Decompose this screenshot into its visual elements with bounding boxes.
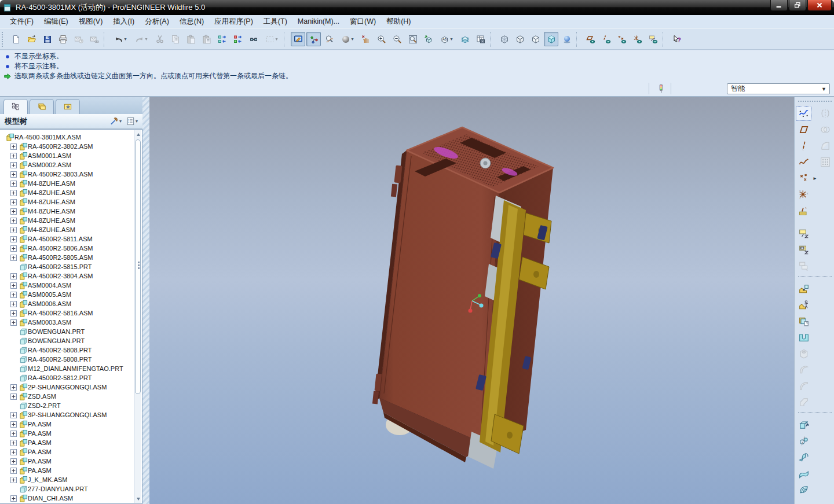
sweep-tool-button[interactable] bbox=[796, 450, 811, 465]
tree-item[interactable]: J_K_MK.ASM bbox=[0, 475, 134, 484]
tree-item[interactable]: BOWENGUAN.PRT bbox=[0, 327, 134, 336]
tree-expander[interactable] bbox=[10, 190, 17, 196]
curve-tool-button[interactable] bbox=[796, 154, 811, 170]
tree-expander[interactable] bbox=[10, 431, 17, 437]
custom-regenerate-button[interactable] bbox=[231, 32, 245, 46]
tree-item[interactable]: RA-4500R2-5808.PRT bbox=[0, 355, 134, 364]
tree-item[interactable]: BOWENGUAN.PRT bbox=[0, 336, 134, 345]
menu-file[interactable]: 文件(F) bbox=[5, 15, 39, 28]
tree-expander[interactable] bbox=[10, 458, 17, 465]
hidden-line-display-button[interactable] bbox=[513, 32, 527, 46]
menu-view[interactable]: 视图(V) bbox=[74, 15, 108, 28]
toolbar-grip[interactable] bbox=[2, 32, 6, 47]
tree-expander[interactable] bbox=[10, 162, 17, 168]
wireframe-display-button[interactable] bbox=[497, 32, 511, 46]
tree-item[interactable]: RA-4500R2-5816.ASM bbox=[0, 308, 134, 318]
tree-item[interactable]: RA-4500R2-5806.ASM bbox=[0, 244, 134, 253]
create-component-button[interactable] bbox=[796, 314, 811, 329]
tree-item[interactable]: PA.ASM bbox=[0, 457, 134, 466]
tree-expander[interactable] bbox=[10, 477, 17, 483]
menu-tools[interactable]: 工具(T) bbox=[258, 15, 292, 28]
chevron-down-icon[interactable]: ▾ bbox=[275, 36, 277, 42]
mail-link-button[interactable] bbox=[87, 32, 101, 46]
tree-expander[interactable] bbox=[10, 421, 17, 428]
cut-button[interactable] bbox=[152, 32, 167, 46]
undo-button[interactable]: ▾ bbox=[111, 32, 130, 46]
tree-item[interactable]: 3P-SHUANGGONGQI.ASM bbox=[0, 410, 134, 420]
style-surface-tool-button[interactable] bbox=[796, 482, 811, 497]
save-file-button[interactable] bbox=[40, 32, 54, 46]
chevron-down-icon[interactable]: ▾ bbox=[124, 36, 126, 42]
annotation-display-toggle[interactable]: Z bbox=[646, 32, 660, 46]
minimize-button[interactable] bbox=[770, 0, 788, 11]
enhanced-realism-button[interactable] bbox=[559, 32, 574, 46]
tree-expander[interactable] bbox=[10, 495, 17, 502]
print-button[interactable] bbox=[56, 32, 70, 46]
panel-sash[interactable] bbox=[142, 97, 149, 504]
close-button[interactable] bbox=[807, 0, 832, 11]
tree-item[interactable]: ASM0006.ASM bbox=[0, 299, 134, 308]
repaint-button[interactable] bbox=[291, 32, 305, 46]
tree-expander[interactable] bbox=[10, 227, 17, 233]
menu-insert[interactable]: 插入(I) bbox=[108, 15, 140, 28]
paste-special-button[interactable] bbox=[199, 32, 214, 46]
boundary-blend-tool-button[interactable] bbox=[796, 466, 811, 481]
tree-item[interactable]: M4-8ZUHE.ASM bbox=[0, 197, 134, 207]
tree-expander[interactable] bbox=[10, 384, 17, 391]
datum-axis-display-toggle[interactable] bbox=[599, 32, 613, 46]
tree-expander[interactable] bbox=[10, 273, 17, 279]
menu-applications[interactable]: 应用程序(P) bbox=[209, 15, 258, 28]
tree-item[interactable]: M4-8ZUHE.ASM bbox=[0, 216, 134, 225]
tree-item[interactable]: ASM0005.ASM bbox=[0, 290, 134, 299]
tree-item[interactable]: RA-4500R2-5805.ASM bbox=[0, 253, 134, 262]
tree-item[interactable]: PA.ASM bbox=[0, 429, 134, 438]
tree-item[interactable]: M4-8ZUHE.ASM bbox=[0, 188, 134, 197]
tree-expander[interactable] bbox=[10, 255, 17, 261]
graphics-area[interactable] bbox=[149, 97, 795, 504]
tree-item[interactable]: ZSD.ASM bbox=[0, 392, 134, 401]
note-group-button[interactable] bbox=[796, 259, 811, 274]
datum-plane-display-toggle[interactable] bbox=[583, 32, 598, 46]
menu-edit[interactable]: 编辑(E) bbox=[39, 15, 74, 28]
tree-item[interactable]: 2P-SHUANGGONGQI.ASM bbox=[0, 382, 134, 392]
tree-expander[interactable] bbox=[10, 245, 17, 252]
tree-item[interactable]: M4-8ZUHE.ASM bbox=[0, 207, 134, 216]
context-help-button[interactable]: ? bbox=[670, 32, 684, 46]
tree-item[interactable]: ASM0002.ASM bbox=[0, 160, 134, 170]
menu-manikin[interactable]: Manikin(M)... bbox=[292, 16, 345, 27]
no-hidden-display-button[interactable] bbox=[528, 32, 543, 46]
revolve-tool-button[interactable] bbox=[796, 433, 811, 448]
tree-expander[interactable] bbox=[10, 218, 17, 224]
tree-expander[interactable] bbox=[10, 199, 17, 205]
tree-item[interactable]: RA-4500R2-3804.ASM bbox=[0, 271, 134, 281]
tree-item[interactable]: RA-4500R2-3803.ASM bbox=[0, 170, 134, 179]
tree-expander[interactable] bbox=[10, 171, 17, 178]
tree-expander[interactable] bbox=[10, 144, 17, 150]
tree-expander[interactable] bbox=[10, 301, 17, 307]
tree-expander[interactable] bbox=[10, 153, 17, 159]
tree-item[interactable]: PA.ASM bbox=[0, 438, 134, 447]
pattern-tool-button[interactable] bbox=[817, 154, 833, 170]
tree-item[interactable]: PA.ASM bbox=[0, 420, 134, 429]
tree-item[interactable]: RA-4500R2-5815.PRT bbox=[0, 262, 134, 271]
note-tool-button[interactable] bbox=[796, 226, 811, 241]
mold-cavity-button[interactable] bbox=[796, 330, 811, 345]
saved-views-button[interactable]: AB▾ bbox=[437, 32, 456, 46]
scrollbar-thumb[interactable] bbox=[135, 139, 141, 394]
datum-point-display-toggle[interactable] bbox=[614, 32, 629, 46]
copy-button[interactable] bbox=[168, 32, 182, 46]
tree-expander[interactable] bbox=[10, 236, 17, 242]
scroll-up-button[interactable] bbox=[134, 130, 142, 138]
layers-button[interactable] bbox=[458, 32, 472, 46]
sketch-tool-button[interactable] bbox=[796, 203, 811, 218]
datum-plane-tool-button[interactable] bbox=[796, 122, 811, 137]
tree-item[interactable]: M4-8ZUHE.ASM bbox=[0, 225, 134, 234]
spin-center-toggle[interactable] bbox=[306, 32, 321, 46]
trim-tool-button[interactable] bbox=[817, 138, 833, 153]
selection-filter-combo[interactable]: 智能 ▼ bbox=[727, 83, 830, 94]
tree-tools-button[interactable]: ▾ bbox=[108, 116, 124, 127]
tab-folder-browser[interactable] bbox=[30, 99, 54, 114]
menu-window[interactable]: 窗口(W) bbox=[345, 15, 381, 28]
title-bar[interactable]: RA-4500-3801MX (活动的) - Pro/ENGINEER Wild… bbox=[0, 0, 834, 15]
scroll-down-button[interactable] bbox=[134, 495, 142, 503]
